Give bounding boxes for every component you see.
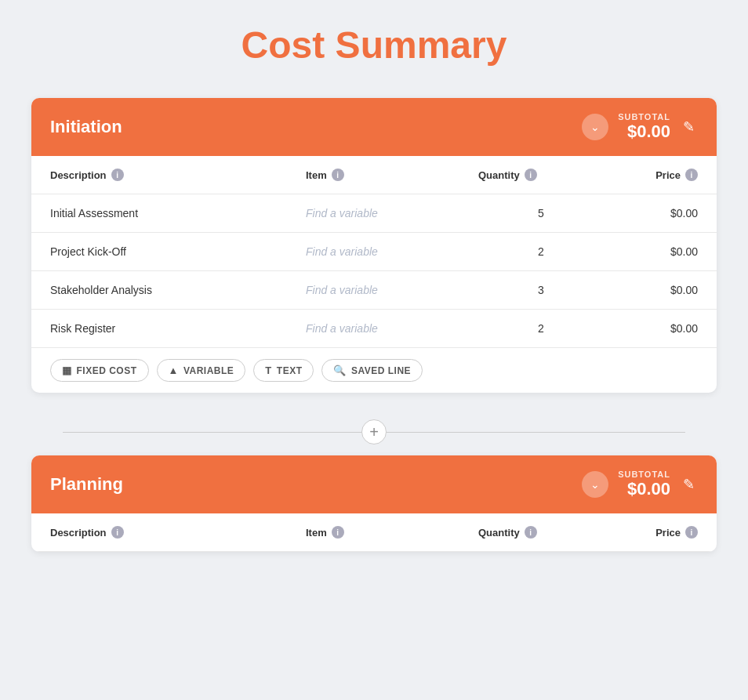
row-item-input[interactable]: Find a variable: [306, 322, 478, 335]
row-description: Project Kick-Off: [50, 245, 306, 258]
action-row-initiation: ▦ FIXED COST ▲ VARIABLE T TEXT 🔍 SAVED L…: [31, 348, 717, 393]
row-price: $0.00: [604, 284, 698, 296]
col-header-quantity-planning: Quantity i: [478, 526, 604, 539]
table-row: Project Kick-Off Find a variable 2 $0.00: [31, 233, 717, 271]
item-info-icon: i: [332, 169, 344, 181]
item-info-icon-planning: i: [332, 526, 344, 539]
fixed-cost-icon: ▦: [62, 365, 72, 376]
collapse-button-planning[interactable]: ⌄: [582, 471, 608, 498]
subtotal-value-initiation: $0.00: [618, 122, 670, 142]
row-price: $0.00: [604, 245, 698, 258]
saved-line-icon: 🔍: [333, 365, 347, 376]
section-title-initiation: Initiation: [50, 117, 122, 137]
fixed-cost-button[interactable]: ▦ FIXED COST: [50, 359, 149, 382]
section-header-right-initiation: ⌄ SUBTOTAL $0.00 ✎: [582, 112, 698, 142]
section-title-planning: Planning: [50, 474, 123, 495]
col-header-quantity: Quantity i: [478, 169, 604, 181]
quantity-info-icon-planning: i: [525, 526, 537, 539]
row-description: Risk Register: [50, 322, 306, 335]
row-description: Initial Assessment: [50, 207, 306, 219]
text-icon: T: [265, 365, 271, 376]
subtotal-value-planning: $0.00: [618, 479, 670, 499]
table-row: Stakeholder Analysis Find a variable 3 $…: [31, 271, 717, 310]
section-header-planning: Planning ⌄ SUBTOTAL $0.00 ✎: [31, 455, 717, 513]
row-item-input[interactable]: Find a variable: [306, 284, 478, 296]
row-quantity: 3: [478, 284, 604, 296]
variable-button[interactable]: ▲ VARIABLE: [157, 359, 246, 382]
row-item-input[interactable]: Find a variable: [306, 245, 478, 258]
table-row: Initial Assessment Find a variable 5 $0.…: [31, 194, 717, 233]
col-header-price-planning: Price i: [604, 526, 698, 539]
page-wrapper: Cost Summary Initiation ⌄ SUBTOTAL $0.00…: [0, 0, 748, 591]
row-item-input[interactable]: Find a variable: [306, 207, 478, 219]
price-info-icon: i: [685, 169, 698, 181]
row-quantity: 5: [478, 207, 604, 219]
subtotal-block-initiation: SUBTOTAL $0.00: [618, 112, 670, 142]
row-description: Stakeholder Analysis: [50, 284, 306, 296]
price-info-icon-planning: i: [685, 526, 698, 539]
col-header-description-planning: Description i: [50, 526, 306, 539]
table-header-planning: Description i Item i Quantity i Price i: [31, 513, 717, 552]
section-header-initiation: Initiation ⌄ SUBTOTAL $0.00 ✎: [31, 98, 717, 156]
section-initiation: Initiation ⌄ SUBTOTAL $0.00 ✎ Descriptio…: [31, 98, 717, 393]
subtotal-block-planning: SUBTOTAL $0.00: [618, 470, 670, 499]
collapse-button-initiation[interactable]: ⌄: [582, 114, 608, 140]
row-price: $0.00: [604, 207, 698, 219]
row-quantity: 2: [478, 322, 604, 335]
col-header-item: Item i: [306, 169, 478, 181]
edit-button-initiation[interactable]: ✎: [680, 115, 698, 139]
col-header-item-planning: Item i: [306, 526, 478, 539]
section-header-right-planning: ⌄ SUBTOTAL $0.00 ✎: [582, 470, 698, 499]
table-header-initiation: Description i Item i Quantity i Price i: [31, 156, 717, 194]
description-info-icon-planning: i: [111, 526, 124, 539]
section-planning: Planning ⌄ SUBTOTAL $0.00 ✎ Description …: [31, 455, 717, 552]
subtotal-label-planning: SUBTOTAL: [618, 470, 670, 479]
quantity-info-icon: i: [525, 169, 537, 181]
table-row: Risk Register Find a variable 2 $0.00: [31, 310, 717, 348]
col-header-price: Price i: [604, 169, 698, 181]
edit-button-planning[interactable]: ✎: [680, 473, 698, 496]
table-planning: Description i Item i Quantity i Price i: [31, 513, 717, 552]
row-price: $0.00: [604, 322, 698, 335]
add-section-button[interactable]: +: [361, 419, 387, 444]
text-button[interactable]: T TEXT: [253, 359, 314, 382]
description-info-icon: i: [111, 169, 124, 181]
saved-line-button[interactable]: 🔍 SAVED LINE: [321, 359, 423, 382]
page-title: Cost Summary: [31, 24, 717, 67]
row-quantity: 2: [478, 245, 604, 258]
table-initiation: Description i Item i Quantity i Price i: [31, 156, 717, 393]
add-section-row: +: [31, 408, 717, 455]
subtotal-label-initiation: SUBTOTAL: [618, 112, 670, 122]
variable-icon: ▲: [169, 365, 179, 376]
col-header-description: Description i: [50, 169, 306, 181]
